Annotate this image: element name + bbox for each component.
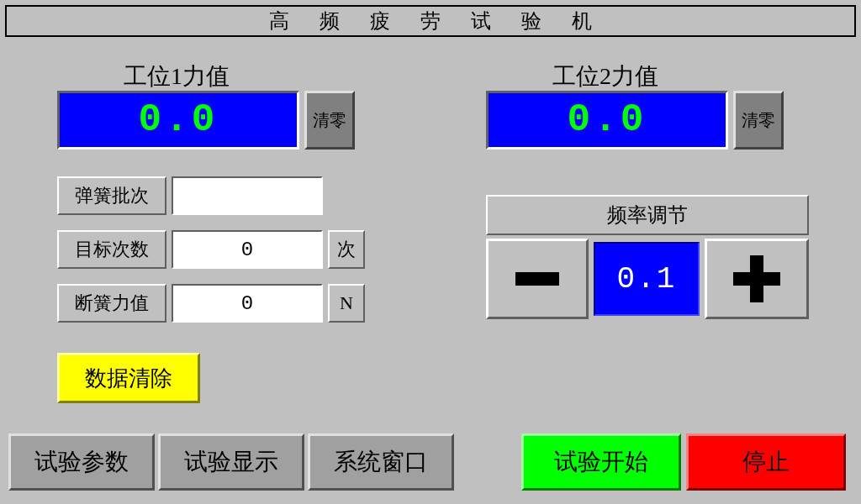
system-window-button[interactable]: 系统窗口	[308, 433, 454, 491]
spring-batch-input[interactable]	[172, 176, 323, 215]
test-params-button[interactable]: 试验参数	[8, 433, 155, 491]
start-button[interactable]: 试验开始	[521, 433, 681, 491]
test-display-button[interactable]: 试验显示	[158, 433, 304, 491]
spring-batch-label: 弹簧批次	[57, 176, 166, 215]
break-force-label: 断簧力值	[57, 284, 166, 323]
station2-label: 工位2力值	[488, 60, 723, 92]
frequency-increase-button[interactable]	[705, 239, 809, 319]
station1-clear-button[interactable]: 清零	[304, 91, 355, 150]
station2-value-display: 0.0	[486, 91, 728, 150]
minus-icon	[515, 272, 559, 286]
break-force-unit: N	[328, 284, 365, 323]
frequency-value-display[interactable]: 0.1	[594, 242, 700, 316]
station2-clear-button[interactable]: 清零	[733, 91, 784, 150]
plus-icon	[733, 255, 780, 302]
stop-button[interactable]: 停止	[686, 433, 846, 491]
target-count-input[interactable]: 0	[172, 230, 323, 269]
target-count-label: 目标次数	[57, 230, 166, 269]
target-count-unit: 次	[328, 230, 365, 269]
station1-value-display: 0.0	[57, 91, 299, 150]
station1-label: 工位1力值	[59, 60, 294, 92]
break-force-input[interactable]: 0	[172, 284, 323, 323]
frequency-decrease-button[interactable]	[486, 239, 589, 319]
frequency-label: 频率调节	[486, 195, 809, 235]
data-clear-button[interactable]: 数据清除	[57, 353, 200, 403]
page-title: 高频疲劳试验机	[5, 5, 856, 37]
